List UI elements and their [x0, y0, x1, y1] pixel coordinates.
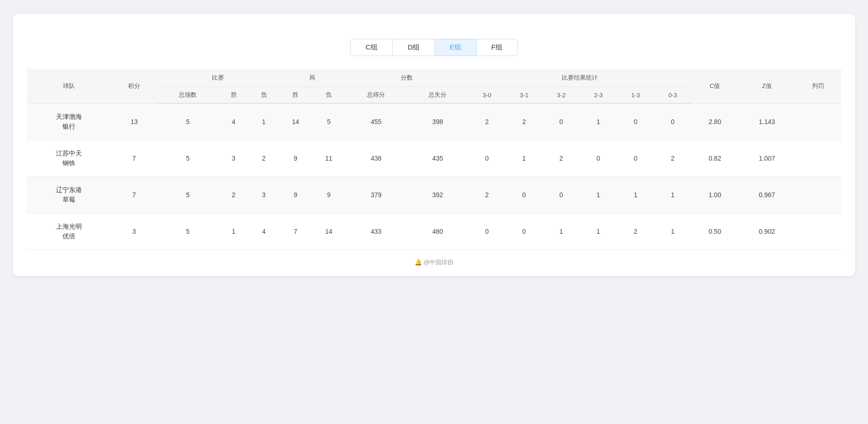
data-cell: 1.007 [738, 140, 795, 177]
data-cell: 455 [345, 104, 407, 140]
header-31: 3-1 [506, 87, 543, 104]
data-cell: 1 [580, 213, 617, 250]
data-cell: 0 [506, 177, 543, 213]
data-cell [795, 213, 841, 250]
data-cell: 435 [407, 140, 468, 177]
data-cell: 14 [279, 104, 312, 140]
data-cell: 4 [218, 104, 248, 140]
data-cell: 3 [218, 140, 248, 177]
data-cell: 9 [279, 140, 312, 177]
header-win: 胜 [218, 87, 248, 104]
table-row: 上海光明优倍35147144334800011210.500.902 [27, 213, 841, 250]
data-cell: 0.82 [691, 140, 738, 177]
standings-table: 球队 积分 比赛 局 分数 比赛结果统计 C值 Z值 判罚 总场数 胜 负 胜 … [27, 69, 841, 250]
header-bisai: 比赛 [157, 69, 279, 87]
data-cell: 0 [506, 213, 543, 250]
header-penalty: 判罚 [795, 69, 841, 104]
data-cell: 3 [111, 213, 157, 250]
data-cell: 0 [617, 140, 654, 177]
data-cell: 1 [506, 140, 543, 177]
data-cell: 0 [580, 140, 617, 177]
header-total-games: 总场数 [157, 87, 219, 104]
data-cell: 5 [157, 177, 219, 213]
data-cell: 1 [580, 104, 617, 140]
team-cell: 上海光明优倍 [27, 213, 111, 250]
table-row: 江苏中天钢铁75329114384350120020.821.007 [27, 140, 841, 177]
data-cell: 2 [218, 177, 248, 213]
tab-f[interactable]: F组 [477, 39, 518, 56]
data-cell: 480 [407, 213, 468, 250]
data-cell: 9 [312, 177, 346, 213]
data-cell: 1 [654, 177, 691, 213]
team-cell: 天津渤海银行 [27, 104, 111, 140]
data-cell: 398 [407, 104, 468, 140]
data-cell: 11 [312, 140, 346, 177]
tab-d[interactable]: D组 [393, 39, 435, 56]
header-total-score: 总得分 [345, 87, 407, 104]
data-cell: 14 [312, 213, 346, 250]
table-wrapper: 球队 积分 比赛 局 分数 比赛结果统计 C值 Z值 判罚 总场数 胜 负 胜 … [27, 69, 841, 250]
table-row: 辽宁东港草莓7523993793922001111.000.967 [27, 177, 841, 213]
data-cell: 5 [157, 140, 219, 177]
data-cell: 2 [543, 140, 580, 177]
data-cell: 5 [157, 104, 219, 140]
header-total-lost: 总失分 [407, 87, 468, 104]
data-cell: 0 [543, 177, 580, 213]
data-cell: 2 [506, 104, 543, 140]
data-cell: 1 [580, 177, 617, 213]
data-cell: 1 [543, 213, 580, 250]
data-cell: 3 [249, 177, 279, 213]
data-cell: 0 [543, 104, 580, 140]
data-cell: 1 [218, 213, 248, 250]
data-cell: 0 [617, 104, 654, 140]
header-set-win: 胜 [279, 87, 312, 104]
data-cell: 5 [157, 213, 219, 250]
main-container: C组 D组 E组 F组 球队 积分 比赛 局 分数 比赛结果统计 C值 Z值 判… [13, 14, 855, 276]
data-cell: 2 [617, 213, 654, 250]
header-zval: Z值 [738, 69, 795, 104]
data-cell [795, 104, 841, 140]
header-30: 3-0 [468, 87, 505, 104]
header-set-lose: 负 [312, 87, 346, 104]
data-cell [795, 177, 841, 213]
data-cell: 2 [468, 177, 505, 213]
data-cell: 0 [468, 140, 505, 177]
table-row: 天津渤海银行135411454553982201002.801.143 [27, 104, 841, 140]
tab-e[interactable]: E组 [435, 39, 477, 56]
header-ju: 局 [279, 69, 346, 87]
data-cell: 7 [111, 177, 157, 213]
data-cell: 2 [654, 140, 691, 177]
header-jifen: 积分 [111, 69, 157, 104]
header-team: 球队 [27, 69, 111, 104]
data-cell: 1 [617, 177, 654, 213]
header-03: 0-3 [654, 87, 691, 104]
team-cell: 辽宁东港草莓 [27, 177, 111, 213]
watermark-text: @中国排协 [423, 259, 453, 266]
data-cell: 0.967 [738, 177, 795, 213]
data-cell: 7 [279, 213, 312, 250]
header-jieguo: 比赛结果统计 [468, 69, 691, 87]
team-cell: 江苏中天钢铁 [27, 140, 111, 177]
watermark-icon: 🔔 [415, 259, 422, 266]
data-cell: 1.00 [691, 177, 738, 213]
data-cell: 1.143 [738, 104, 795, 140]
data-cell: 0.902 [738, 213, 795, 250]
header-lose: 负 [249, 87, 279, 104]
data-cell: 0.50 [691, 213, 738, 250]
data-cell: 4 [249, 213, 279, 250]
data-cell: 379 [345, 177, 407, 213]
header-cval: C值 [691, 69, 738, 104]
data-cell: 1 [654, 213, 691, 250]
data-cell: 2.80 [691, 104, 738, 140]
data-cell [795, 140, 841, 177]
tab-c[interactable]: C组 [350, 39, 393, 56]
data-cell: 1 [249, 104, 279, 140]
header-32: 3-2 [543, 87, 580, 104]
data-cell: 7 [111, 140, 157, 177]
watermark: 🔔 @中国排协 [27, 256, 841, 267]
data-cell: 0 [468, 213, 505, 250]
tab-bar: C组 D组 E组 F组 [27, 39, 841, 56]
data-cell: 9 [279, 177, 312, 213]
header-13: 1-3 [617, 87, 654, 104]
data-cell: 438 [345, 140, 407, 177]
